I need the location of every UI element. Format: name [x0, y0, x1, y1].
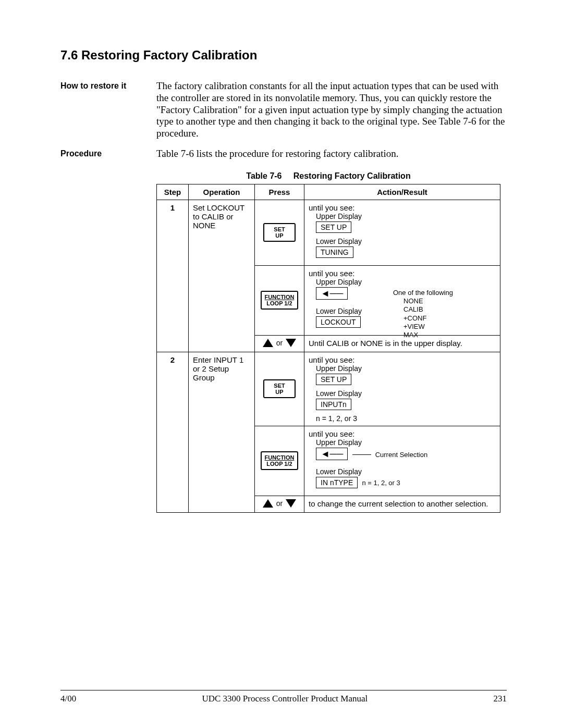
action-cell: until you see: Upper Display SET UP Lowe… [304, 200, 500, 265]
step-operation: Set LOCKOUT to CALIB or NONE [189, 200, 255, 352]
until-label: until you see: [309, 355, 496, 364]
up-arrow-icon [263, 339, 273, 347]
action-cell: until you see: Upper Display SET UP Lowe… [304, 352, 500, 426]
or-label: or [276, 499, 283, 508]
side-label-procedure: Procedure [60, 148, 156, 160]
option-text: +CONF [403, 314, 453, 323]
table-row: 2 Enter INPUT 1 or 2 Setup Group SETUP u… [157, 352, 500, 426]
until-label: until you see: [309, 429, 496, 438]
leader-line-icon [352, 454, 371, 455]
setup-key-icon: SETUP [263, 223, 296, 242]
function-key-icon: FUNCTIONLOOP 1/2 [261, 291, 299, 310]
lower-display-label: Lower Display [316, 467, 496, 476]
page-footer: 4/00 UDC 3300 Process Controller Product… [60, 690, 507, 704]
col-operation: Operation [189, 184, 255, 200]
press-cell: SETUP [255, 352, 304, 426]
display-box: IN nTYPE [316, 477, 358, 488]
howto-block: How to restore it The factory calibratio… [60, 80, 507, 140]
option-text: MAX [403, 331, 453, 339]
down-arrow-icon [286, 339, 296, 347]
howto-text: The factory calibration constants for al… [156, 80, 507, 140]
col-action: Action/Result [304, 184, 500, 200]
n-note: n = 1, 2, or 3 [362, 479, 400, 487]
table-caption: Table 7-6 Restoring Factory Calibration [156, 171, 500, 181]
table-row: 1 Set LOCKOUT to CALIB or NONE SETUP unt… [157, 200, 500, 265]
display-box-arrow: ◄── [316, 287, 348, 300]
footer-date: 4/00 [60, 694, 76, 704]
upper-display-label: Upper Display [316, 278, 496, 286]
display-box: SET UP [316, 221, 351, 233]
upper-display-label: Upper Display [316, 212, 496, 220]
upper-display-label: Upper Display [316, 364, 496, 373]
step-operation: Enter INPUT 1 or 2 Setup Group [189, 352, 255, 512]
col-press: Press [255, 184, 304, 200]
lower-display-label: Lower Display [316, 389, 496, 398]
section-heading: 7.6 Restoring Factory Calibration [60, 48, 507, 63]
options-intro: One of the following [393, 289, 453, 297]
procedure-text: Table 7-6 lists the procedure for restor… [156, 148, 507, 160]
upper-display-label: Upper Display [316, 438, 496, 447]
until-label: until you see: [309, 269, 496, 278]
option-text: NONE [403, 297, 453, 305]
option-text: CALIB [403, 305, 453, 314]
function-key-icon: FUNCTIONLOOP 1/2 [261, 451, 299, 470]
press-cell: FUNCTIONLOOP 1/2 [255, 426, 304, 496]
option-text: +VIEW [403, 323, 453, 331]
display-box: INPUTn [316, 399, 351, 410]
down-arrow-icon [286, 499, 296, 508]
press-cell: or [255, 496, 304, 512]
display-box: LOCKOUT [316, 316, 361, 328]
col-step: Step [157, 184, 189, 200]
footer-page-number: 231 [493, 694, 507, 704]
display-box: TUNING [316, 246, 353, 258]
action-cell: until you see: Upper Display ◄── Current… [304, 426, 500, 496]
step-number: 2 [157, 352, 189, 512]
press-cell: or [255, 335, 304, 352]
display-box: SET UP [316, 374, 351, 385]
or-label: or [276, 339, 283, 347]
setup-key-icon: SETUP [263, 379, 296, 398]
procedure-block: Procedure Table 7-6 lists the procedure … [60, 148, 507, 160]
side-label-howto: How to restore it [60, 80, 156, 140]
procedure-table: Step Operation Press Action/Result 1 Set… [156, 184, 500, 513]
action-cell: to change the current selection to anoth… [304, 496, 500, 512]
press-cell: FUNCTIONLOOP 1/2 [255, 265, 304, 335]
step-number: 1 [157, 200, 189, 352]
lower-display-label: Lower Display [316, 237, 496, 245]
until-label: until you see: [309, 203, 496, 212]
action-cell: until you see: Upper Display ◄── Lower D… [304, 265, 500, 335]
current-selection-annot: Current Selection [375, 451, 427, 459]
up-arrow-icon [263, 499, 273, 508]
footer-title: UDC 3300 Process Controller Product Manu… [202, 694, 368, 704]
display-box-arrow: ◄── [316, 448, 348, 460]
press-cell: SETUP [255, 200, 304, 265]
n-note: n = 1, 2, or 3 [316, 414, 496, 423]
